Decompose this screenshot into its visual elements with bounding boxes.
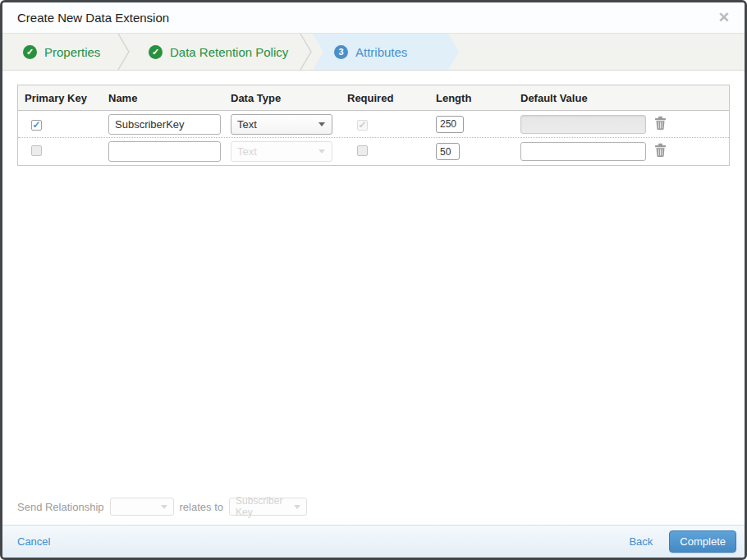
length-input[interactable] [436, 143, 460, 160]
step-data-retention-policy[interactable]: Data Retention Policy [131, 34, 300, 70]
default-value-input[interactable] [520, 142, 646, 161]
chevron-down-icon [161, 505, 167, 509]
dialog-footer: Cancel Back Complete [2, 525, 745, 558]
dialog-titlebar: Create New Data Extension ✕ [2, 2, 745, 33]
send-relationship-label: Send Relationship [17, 501, 104, 513]
close-icon[interactable]: ✕ [715, 9, 733, 26]
name-input[interactable] [108, 141, 221, 162]
step-attributes-label: Attributes [355, 45, 407, 59]
data-type-selected-value: Text [237, 118, 257, 131]
default-value-input [520, 115, 646, 134]
step-attributes-active[interactable]: 3 Attributes [313, 34, 459, 70]
col-header-required: Required [347, 92, 436, 104]
required-checkbox[interactable] [357, 145, 368, 156]
col-header-name: Name [108, 92, 231, 104]
attributes-table: Primary Key Name Data Type Required Leng… [17, 85, 730, 166]
col-header-primary-key: Primary Key [25, 92, 108, 104]
content-spacer [2, 166, 745, 497]
wizard-steps: Properties Data Retention Policy 3 Attri… [2, 33, 745, 71]
required-checkbox [357, 120, 368, 131]
name-input[interactable] [108, 114, 221, 135]
dialog-content: Primary Key Name Data Type Required Leng… [2, 71, 745, 525]
trash-icon [654, 143, 667, 157]
create-data-extension-dialog: Create New Data Extension ✕ Properties D… [0, 0, 747, 560]
dialog-title: Create New Data Extension [17, 11, 169, 25]
chevron-down-icon [294, 505, 300, 509]
length-input[interactable] [436, 116, 464, 133]
complete-button[interactable]: Complete [669, 530, 736, 553]
step-separator-chevron-icon [117, 34, 131, 70]
table-header-row: Primary Key Name Data Type Required Leng… [18, 85, 729, 111]
step-data-retention-label: Data Retention Policy [170, 45, 288, 59]
trash-icon [654, 116, 667, 130]
col-header-length: Length [436, 92, 520, 104]
data-type-select[interactable]: Text [231, 114, 332, 135]
cancel-link[interactable]: Cancel [17, 535, 50, 548]
step-number-badge: 3 [334, 45, 348, 59]
col-header-data-type: Data Type [231, 92, 347, 104]
data-type-select: Text [231, 141, 332, 162]
send-relationship-select [110, 498, 174, 516]
back-link[interactable]: Back [629, 535, 653, 548]
step-properties-label: Properties [44, 45, 100, 59]
data-type-selected-value: Text [237, 145, 257, 158]
relates-to-label: relates to [180, 501, 223, 513]
step-properties[interactable]: Properties [2, 34, 117, 70]
primary-key-checkbox[interactable] [31, 120, 42, 131]
send-relationship-row: Send Relationship relates to Subscriber … [17, 497, 745, 516]
step-complete-check-icon [23, 45, 37, 59]
step-separator-chevron-icon [300, 34, 313, 70]
chevron-down-icon [319, 149, 325, 154]
delete-row-button[interactable] [654, 116, 667, 130]
step-complete-check-icon [149, 45, 163, 59]
primary-key-checkbox[interactable] [31, 145, 42, 156]
table-row: Text [18, 111, 729, 138]
relates-to-value: Subscriber Key [236, 495, 290, 518]
table-row: Text [18, 138, 729, 165]
delete-row-button[interactable] [654, 143, 667, 157]
chevron-down-icon [319, 122, 325, 126]
relates-to-select: Subscriber Key [229, 498, 307, 516]
col-header-default-value: Default Value [520, 92, 654, 104]
